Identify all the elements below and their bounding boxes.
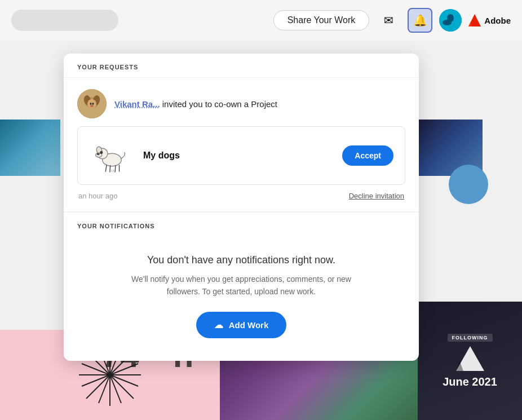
request-footer: an hour ago Decline invitation xyxy=(77,192,405,200)
empty-notif-desc: We'll notify you when you get appreciati… xyxy=(129,273,354,298)
adobe-logo: Adobe xyxy=(468,14,511,26)
notification-panel: YOUR REQUESTS Vikant Ra... inv xyxy=(64,54,419,361)
svg-line-31 xyxy=(115,165,116,171)
decline-link[interactable]: Decline invitation xyxy=(349,192,404,200)
bell-icon: 🔔 xyxy=(413,14,427,27)
mail-icon: ✉ xyxy=(384,14,393,27)
invite-message: invited you to co-own a Project xyxy=(162,99,277,109)
header: Share Your Work ✉ 🔔 Adobe xyxy=(0,0,522,41)
adobe-bg-icon xyxy=(456,346,484,371)
dog-avatar-image xyxy=(77,89,107,118)
inviter-username[interactable]: Vikant Ra... xyxy=(114,99,160,109)
add-work-label: Add Work xyxy=(229,320,269,330)
add-work-button[interactable]: ☁ Add Work xyxy=(196,312,287,338)
project-card: xor My dogs Accept xyxy=(77,126,405,185)
svg-text:xor: xor xyxy=(109,168,115,172)
svg-point-21 xyxy=(92,103,94,105)
svg-point-27 xyxy=(97,153,99,154)
requester-avatar xyxy=(77,89,107,118)
svg-point-2 xyxy=(443,20,452,25)
svg-line-29 xyxy=(105,165,107,171)
adobe-icon xyxy=(468,14,481,26)
request-top: Vikant Ra... invited you to co-own a Pro… xyxy=(77,89,405,118)
requests-section-header: YOUR REQUESTS xyxy=(64,54,419,78)
bg-image-blue xyxy=(0,120,60,176)
time-ago: an hour ago xyxy=(78,192,117,200)
empty-notifications: You don't have any notifications right n… xyxy=(64,236,419,361)
svg-point-20 xyxy=(90,103,92,105)
search-bar[interactable] xyxy=(11,10,118,31)
project-name: My dogs xyxy=(143,151,333,161)
svg-point-28 xyxy=(100,151,103,153)
accept-button[interactable]: Accept xyxy=(342,145,393,166)
project-thumbnail: xor xyxy=(89,136,134,175)
request-item: Vikant Ra... invited you to co-own a Pro… xyxy=(64,78,419,212)
empty-notif-title: You don't have any notifications right n… xyxy=(77,254,405,266)
bell-button[interactable]: 🔔 xyxy=(408,8,432,33)
bg-circle xyxy=(449,165,488,204)
following-badge: FOLLOWING xyxy=(448,334,493,342)
user-avatar[interactable] xyxy=(439,9,462,32)
share-work-button[interactable]: Share Your Work xyxy=(273,10,370,30)
bg-image-following: FOLLOWING June 2021 xyxy=(418,302,522,420)
june-label: June 2021 xyxy=(443,375,497,388)
notifications-section-header: YOUR NOTIFICATIONS xyxy=(64,212,419,236)
svg-point-22 xyxy=(90,105,94,107)
upload-icon: ☁ xyxy=(214,320,223,330)
project-dog-illustration: xor xyxy=(92,138,131,174)
invite-text: Vikant Ra... invited you to co-own a Pro… xyxy=(114,99,277,109)
mail-button[interactable]: ✉ xyxy=(376,8,401,33)
